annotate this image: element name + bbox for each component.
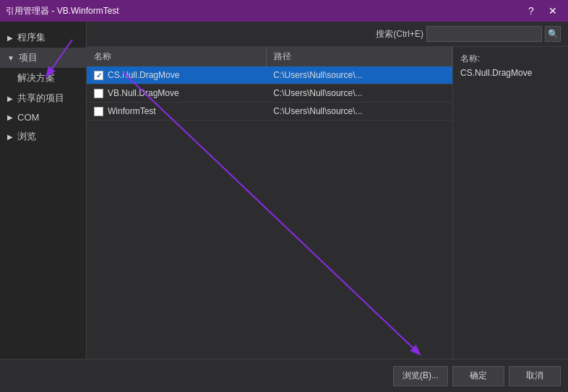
search-label: 搜索(Ctrl+E) — [376, 28, 423, 40]
sidebar: ▶ 程序集 ▼ 项目 解决方案 ▶ 共享的项目 ▶ COM ▶ 浏览 — [0, 22, 87, 359]
row-path: C:\Users\Null\source\... — [266, 66, 452, 84]
window-controls: ? ✕ — [522, 3, 562, 19]
sidebar-item-label: COM — [17, 112, 39, 123]
sidebar-item-com[interactable]: ▶ COM — [0, 108, 86, 126]
table-row[interactable]: CS.Null.DragMoveC:\Users\Null\source\... — [87, 66, 452, 84]
row-checkbox[interactable] — [94, 107, 103, 116]
row-name: CS.Null.DragMove — [108, 70, 179, 80]
table-row[interactable]: VB.Null.DragMoveC:\Users\Null\source\... — [87, 84, 452, 103]
sidebar-item-shared[interactable]: ▶ 共享的项目 — [0, 88, 86, 108]
expand-icon: ▼ — [7, 54, 14, 62]
sidebar-item-solution[interactable]: 解决方案 — [0, 68, 86, 88]
footer: 浏览(B)... 确定 取消 — [0, 359, 568, 392]
help-button[interactable]: ? — [522, 3, 541, 19]
expand-icon: ▶ — [7, 95, 13, 103]
sidebar-item-browse[interactable]: ▶ 浏览 — [0, 126, 86, 147]
ok-button[interactable]: 确定 — [452, 366, 504, 386]
sidebar-item-label: 解决方案 — [17, 71, 55, 84]
detail-name-value: CS.Null.DragMove — [460, 68, 561, 78]
content-area: 搜索(Ctrl+E) 🔍 名称 路径 CS.Null.DragMoveC:\Us… — [87, 22, 568, 359]
dialog-body: ▶ 程序集 ▼ 项目 解决方案 ▶ 共享的项目 ▶ COM ▶ 浏览 搜索(Ct… — [0, 22, 568, 359]
row-checkbox[interactable] — [94, 89, 103, 98]
search-bar: 搜索(Ctrl+E) 🔍 — [87, 22, 568, 47]
row-path: C:\Users\Null\source\... — [266, 84, 452, 103]
sidebar-item-assemblies[interactable]: ▶ 程序集 — [0, 27, 86, 48]
sidebar-item-label: 共享的项目 — [17, 92, 64, 105]
cancel-button[interactable]: 取消 — [509, 366, 561, 386]
browse-button[interactable]: 浏览(B)... — [393, 366, 448, 386]
close-button[interactable]: ✕ — [543, 3, 562, 19]
row-name-cell: WinformTest — [87, 103, 266, 120]
col-header-name: 名称 — [87, 47, 266, 66]
search-input[interactable] — [426, 26, 542, 42]
sidebar-item-label: 程序集 — [17, 31, 46, 44]
sidebar-item-projects[interactable]: ▼ 项目 — [0, 48, 86, 68]
detail-panel: 名称: CS.Null.DragMove — [452, 47, 568, 359]
reference-table: 名称 路径 CS.Null.DragMoveC:\Users\Null\sour… — [87, 47, 452, 359]
row-name: VB.Null.DragMove — [108, 88, 179, 98]
col-header-path: 路径 — [266, 47, 452, 66]
dialog-title: 引用管理器 - VB.WinformTest — [6, 5, 119, 17]
row-name-cell: CS.Null.DragMove — [87, 66, 266, 84]
row-path: C:\Users\Null\source\... — [266, 103, 452, 121]
row-name: WinformTest — [108, 106, 156, 116]
title-bar: 引用管理器 - VB.WinformTest ? ✕ — [0, 0, 568, 22]
table-area: 名称 路径 CS.Null.DragMoveC:\Users\Null\sour… — [87, 47, 568, 359]
expand-icon: ▶ — [7, 34, 13, 42]
sidebar-item-label: 浏览 — [17, 130, 36, 143]
sidebar-item-label: 项目 — [19, 51, 38, 64]
expand-icon: ▶ — [7, 113, 13, 121]
expand-icon: ▶ — [7, 133, 13, 141]
table-row[interactable]: WinformTestC:\Users\Null\source\... — [87, 103, 452, 121]
row-name-cell: VB.Null.DragMove — [87, 84, 266, 102]
detail-name-label: 名称: — [460, 53, 561, 65]
search-button[interactable]: 🔍 — [545, 26, 561, 42]
row-checkbox[interactable] — [94, 71, 103, 80]
